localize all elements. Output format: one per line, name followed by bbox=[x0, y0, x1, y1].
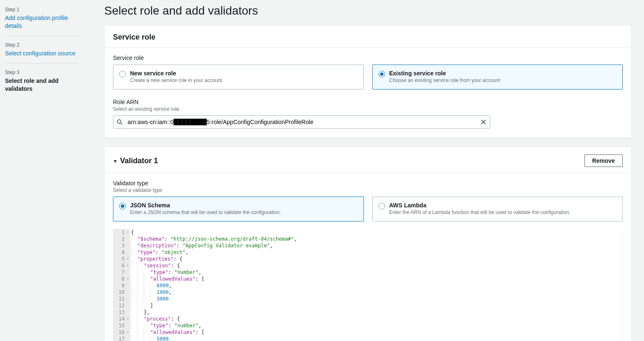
step-title: Select role and add validators bbox=[5, 77, 78, 93]
line-number: 17 bbox=[115, 336, 129, 341]
step-label: Step 2 bbox=[5, 42, 78, 48]
code-line[interactable]: 1000, bbox=[131, 289, 622, 296]
radio-desc: Enter the ARN of a Lambda function that … bbox=[389, 209, 571, 215]
step-label: Step 1 bbox=[5, 7, 78, 12]
svg-point-0 bbox=[117, 119, 121, 123]
svg-line-1 bbox=[121, 123, 123, 125]
code-line[interactable]: "allowedValues": [ bbox=[131, 276, 622, 282]
line-number: 3 bbox=[115, 242, 129, 249]
line-number: 7 bbox=[115, 269, 129, 276]
wizard-step-2[interactable]: Step 2Select configuration source bbox=[5, 42, 78, 64]
line-number: 2 bbox=[115, 236, 129, 242]
code-line[interactable]: "type": "number", bbox=[131, 322, 622, 329]
code-line[interactable]: "description": "AppConfig Validator exam… bbox=[131, 242, 622, 249]
line-number: 5▾ bbox=[115, 256, 129, 262]
line-number: 16▾ bbox=[115, 329, 129, 336]
chevron-down-icon: ▼ bbox=[113, 159, 118, 164]
service-role-title: Service role bbox=[113, 33, 155, 42]
wizard-step-3: Step 3Select role and add validators bbox=[5, 70, 78, 99]
line-number: 9 bbox=[115, 282, 129, 289]
line-number: 1▾ bbox=[115, 229, 129, 236]
remove-button[interactable]: Remove bbox=[584, 154, 623, 167]
code-line[interactable]: "allowedValues": [ bbox=[131, 329, 622, 336]
code-line[interactable]: 5000 bbox=[131, 336, 622, 341]
code-line[interactable]: "properties": { bbox=[131, 256, 622, 262]
service-role-option-1[interactable]: Existing service roleChoose an existing … bbox=[372, 65, 623, 90]
wizard-step-1[interactable]: Step 1Add configuration profile details bbox=[5, 7, 78, 36]
wizard-sidebar: Step 1Add configuration profile detailsS… bbox=[0, 0, 83, 341]
step-label: Step 3 bbox=[5, 70, 78, 75]
radio-icon bbox=[378, 71, 385, 77]
service-role-panel: Service role Service role New service ro… bbox=[104, 25, 631, 138]
line-number: 13 bbox=[115, 309, 129, 316]
line-number: 14▾ bbox=[115, 316, 129, 322]
validator-type-label: Validator type bbox=[113, 180, 623, 187]
role-arn-input[interactable] bbox=[113, 115, 490, 129]
clear-icon[interactable] bbox=[480, 119, 487, 125]
radio-title: AWS Lambda bbox=[389, 202, 571, 209]
code-line[interactable]: "type": "object", bbox=[131, 249, 622, 256]
validator-title[interactable]: ▼Validator 1 bbox=[113, 157, 158, 165]
line-number: 8▾ bbox=[115, 276, 129, 282]
validator-type-option-0[interactable]: JSON SchemaEnter a JSON schema that will… bbox=[113, 197, 364, 222]
line-number: 11 bbox=[115, 296, 129, 302]
code-line[interactable]: ] bbox=[131, 302, 622, 309]
step-title[interactable]: Add configuration profile details bbox=[5, 14, 78, 30]
radio-title: Existing service role bbox=[389, 70, 500, 77]
radio-desc: Choose an existing service role from you… bbox=[389, 77, 500, 83]
page-title: Select role and add validators bbox=[104, 4, 631, 17]
line-number: 10 bbox=[115, 289, 129, 296]
service-role-field-label: Service role bbox=[113, 55, 623, 61]
role-arn-hint: Select an existing service role. bbox=[113, 106, 623, 112]
search-icon bbox=[117, 119, 123, 125]
code-line[interactable]: { bbox=[131, 229, 622, 236]
code-line[interactable]: "process": { bbox=[131, 316, 622, 322]
line-number: 6▾ bbox=[115, 262, 129, 269]
validator-type-hint: Select a validator type bbox=[113, 187, 623, 193]
code-line[interactable]: "$schema": "http://json-schema.org/draft… bbox=[131, 236, 622, 242]
code-line[interactable]: "session": { bbox=[131, 262, 622, 269]
code-line[interactable]: }, bbox=[131, 309, 622, 316]
role-arn-label: Role ARN bbox=[113, 99, 623, 105]
line-number: 4 bbox=[115, 249, 129, 256]
radio-desc: Create a new service role in your accoun… bbox=[130, 77, 222, 83]
line-number: 12 bbox=[115, 302, 129, 309]
line-number: 15 bbox=[115, 322, 129, 329]
radio-title: New service role bbox=[130, 70, 222, 77]
code-line[interactable]: "type": "number", bbox=[131, 269, 622, 276]
service-role-option-0[interactable]: New service roleCreate a new service rol… bbox=[113, 65, 364, 90]
validator-panel: ▼Validator 1 Remove Validator type Selec… bbox=[104, 147, 631, 341]
radio-icon bbox=[378, 203, 385, 209]
main-content: Select role and add validators Service r… bbox=[83, 0, 644, 341]
radio-desc: Enter a JSON schema that will be used to… bbox=[130, 209, 281, 215]
code-line[interactable]: 3000 bbox=[131, 296, 622, 302]
radio-icon bbox=[119, 203, 126, 209]
code-line[interactable]: 6000, bbox=[131, 282, 622, 289]
json-schema-editor[interactable]: 1▾2345▾6▾78▾91011121314▾1516▾17 { "$sche… bbox=[113, 229, 623, 341]
radio-icon bbox=[119, 71, 126, 77]
validator-type-option-1[interactable]: AWS LambdaEnter the ARN of a Lambda func… bbox=[372, 197, 623, 222]
radio-title: JSON Schema bbox=[130, 202, 281, 209]
step-title[interactable]: Select configuration source bbox=[5, 50, 78, 57]
